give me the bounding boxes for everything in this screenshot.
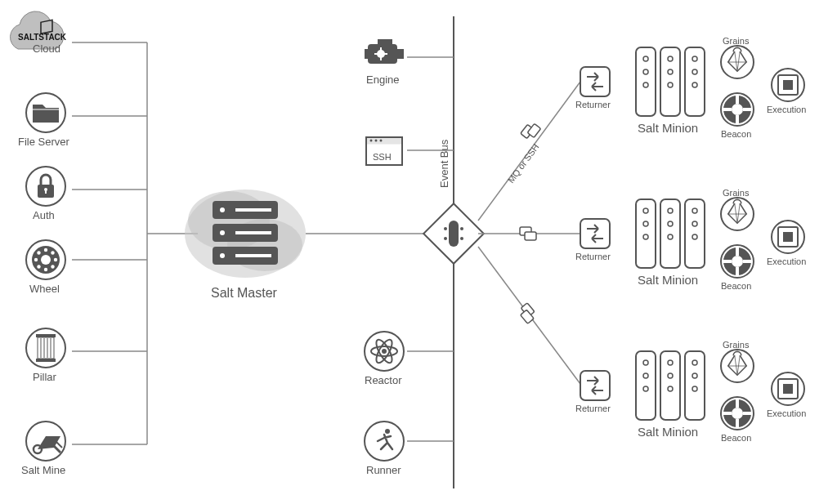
salt-master-label: Salt Master <box>211 286 277 301</box>
minion-group <box>580 46 804 430</box>
auth-icon <box>26 167 65 206</box>
execution-label: Execution <box>767 105 806 114</box>
pillar-icon <box>26 328 65 368</box>
svg-rect-76 <box>235 208 271 212</box>
svg-point-84 <box>444 237 447 240</box>
svg-rect-78 <box>235 254 271 257</box>
ssh-text: SSH <box>373 152 392 162</box>
grains-icon <box>721 46 754 78</box>
salt-mine-icon <box>26 421 65 461</box>
auth-label: Auth <box>33 209 55 221</box>
runner-icon <box>365 421 404 461</box>
file-server-icon <box>26 93 65 132</box>
file-server-label: File Server <box>18 136 69 148</box>
reactor-label: Reactor <box>365 374 402 386</box>
left-connectors <box>72 42 198 444</box>
reactor-icon <box>365 332 404 371</box>
chat-icon <box>517 303 538 324</box>
event-bus <box>423 16 484 488</box>
engine-icon <box>365 39 404 64</box>
chat-icon <box>520 227 536 240</box>
engine-label: Engine <box>366 74 399 86</box>
grains-label: Grains <box>723 36 749 46</box>
pillar-label: Pillar <box>33 371 56 383</box>
cloud-label: Cloud <box>33 42 60 55</box>
svg-point-74 <box>220 230 225 235</box>
diagram-canvas <box>0 0 837 504</box>
beacon-label: Beacon <box>721 129 751 139</box>
execution-icon <box>772 69 804 101</box>
returner-icon <box>580 67 610 96</box>
returner-label: Returner <box>575 100 611 109</box>
wheel-icon <box>26 240 65 279</box>
saltstack-brand: SALTSTACK <box>18 33 66 42</box>
beacon-icon <box>721 93 754 126</box>
chat-icon <box>521 121 541 142</box>
salt-master-node <box>185 190 306 278</box>
svg-point-75 <box>220 253 225 258</box>
svg-rect-77 <box>235 231 271 234</box>
event-bus-label: Event Bus <box>438 140 450 188</box>
svg-rect-82 <box>449 221 459 247</box>
wheel-label: Wheel <box>29 283 60 295</box>
salt-mine-label: Salt Mine <box>21 464 65 476</box>
runner-label: Runner <box>366 464 401 476</box>
svg-point-83 <box>444 227 447 230</box>
salt-minion-label: Salt Minion <box>638 121 698 135</box>
svg-point-86 <box>460 237 463 240</box>
svg-point-85 <box>460 227 463 230</box>
svg-point-73 <box>220 207 225 212</box>
